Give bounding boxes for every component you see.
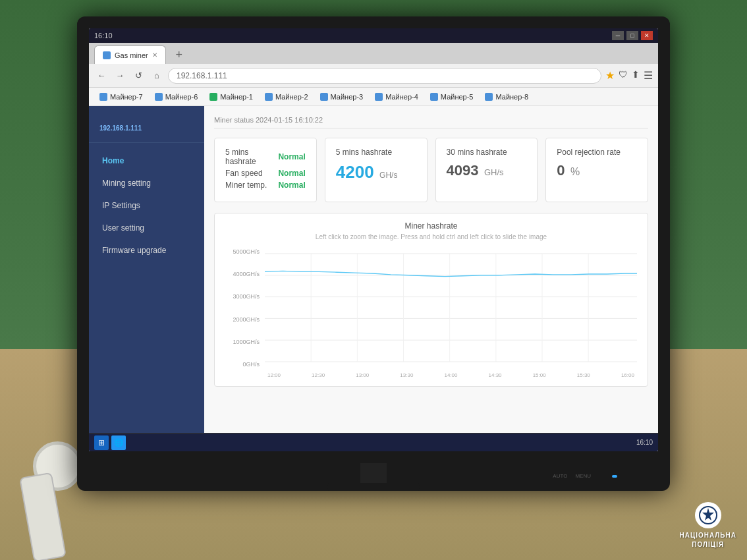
bookmark-star-icon[interactable]: ★ — [605, 69, 615, 82]
x-label-1200: 12:00 — [267, 372, 281, 378]
bookmark-item-miner7[interactable]: Майнер-7 — [94, 91, 148, 103]
x-label-1530: 15:30 — [577, 372, 590, 378]
y-label-5000: 5000GH/s — [225, 248, 260, 255]
monitor-btn-label-menu: MENU — [575, 473, 591, 479]
stat-card-5min: 5 mins hashrate 4200 GH/s — [325, 138, 428, 202]
sidebar-item-home[interactable]: Home — [89, 150, 204, 172]
stat-card-pool: Pool rejection rate 0 % — [545, 138, 648, 202]
bookmark-favicon-miner2 — [265, 93, 273, 101]
stat-5min-value-row: 4200 GH/s — [336, 162, 416, 182]
monitor-screen: 16:10 ─ □ ✕ Gas miner ✕ — [89, 28, 658, 451]
chart-area: Miner hashrate Left click to zoom the im… — [214, 213, 648, 387]
reload-button[interactable]: ↺ — [131, 69, 146, 83]
x-label-1500: 15:00 — [533, 372, 546, 378]
sidebar: 192.168.1.111 Home Mining setting IP Set… — [89, 106, 204, 451]
bookmark-favicon-miner6 — [155, 93, 163, 101]
monitor: 16:10 ─ □ ✕ Gas miner ✕ — [77, 16, 670, 491]
address-input[interactable]: 192.168.1.111 — [168, 68, 601, 84]
bookmark-item-miner2[interactable]: Майнер-2 — [260, 91, 314, 103]
minimize-button[interactable]: ─ — [612, 31, 624, 40]
monitor-stand — [327, 463, 420, 491]
stand-base — [327, 483, 420, 491]
bookmark-favicon-miner3 — [320, 93, 328, 101]
y-label-4000: 4000GH/s — [225, 271, 260, 277]
svg-marker-14 — [702, 508, 714, 520]
stat-pool-value-row: 0 % — [557, 162, 637, 179]
stat-label-hashrate: 5 mins hashrate — [225, 148, 278, 166]
stat-30min-value-row: 4093 GH/s — [447, 162, 527, 179]
close-button[interactable]: ✕ — [641, 31, 653, 40]
photo-background: 16:10 ─ □ ✕ Gas miner ✕ — [0, 0, 747, 560]
x-label-1430: 14:30 — [489, 372, 502, 378]
bookmark-item-miner8[interactable]: Майнер-8 — [480, 91, 534, 103]
stat-card-pool-title: Pool rejection rate — [557, 148, 637, 157]
taskbar-browser-icon[interactable]: 🌐 — [111, 435, 126, 450]
menu-icon[interactable]: ☰ — [644, 69, 653, 82]
stat-label-temp: Miner temp. — [225, 181, 267, 190]
x-label-1400: 14:00 — [444, 372, 457, 378]
forward-button[interactable]: → — [113, 69, 127, 83]
y-label-3000: 3000GH/s — [225, 293, 260, 300]
maximize-button[interactable]: □ — [626, 31, 638, 40]
bookmark-favicon-miner7 — [99, 93, 107, 101]
browser-tab-active[interactable]: Gas miner ✕ — [94, 45, 166, 64]
chart-canvas: 12:00 12:30 13:00 13:30 14:00 14:30 15:0… — [265, 248, 637, 378]
y-label-2000: 2000GH/s — [225, 316, 260, 323]
shield-icon: 🛡 — [619, 69, 628, 82]
new-tab-button[interactable]: + — [170, 45, 188, 64]
x-label-1600: 16:00 — [621, 372, 634, 378]
windows-bottom-taskbar: ⊞ 🌐 16:10 — [89, 433, 658, 451]
bookmark-item-miner4[interactable]: Майнер-4 — [370, 91, 424, 103]
bookmark-label-miner5: Майнер-5 — [441, 93, 474, 101]
start-button[interactable]: ⊞ — [94, 435, 109, 450]
monitor-outer-bezel: 16:10 ─ □ ✕ Gas miner ✕ — [77, 16, 670, 491]
sidebar-logo-text: 192.168.1.111 — [99, 125, 194, 132]
police-text-line2: ПОЛІЦІЯ — [692, 540, 724, 549]
bookmark-label-miner3: Майнер-3 — [331, 93, 364, 101]
y-label-1000: 1000GH/s — [225, 339, 260, 345]
chart-subtitle: Left click to zoom the image. Press and … — [225, 233, 637, 240]
stat-card-5min-title: 5 mins hashrate — [336, 148, 416, 157]
tab-favicon — [103, 51, 111, 59]
police-logo: НАЦІОНАЛЬНА ПОЛІЦІЯ — [679, 502, 736, 549]
bookmark-item-miner1[interactable]: Майнер-1 — [204, 91, 258, 103]
stat-5min-unit: GH/s — [379, 171, 397, 180]
sidebar-item-mining[interactable]: Mining setting — [89, 172, 204, 194]
page-header: Miner status 2024-01-15 16:10:22 — [214, 116, 648, 128]
stat-value-temp-normal: Normal — [278, 181, 305, 190]
chart-svg — [265, 248, 637, 367]
x-label-1330: 13:30 — [400, 372, 413, 378]
stat-card-30min-title: 30 mins hashrate — [447, 148, 527, 157]
chart-wrapper: 5000GH/s 4000GH/s 3000GH/s 2000GH/s 1000… — [225, 248, 637, 378]
tab-label: Gas miner — [115, 51, 148, 59]
y-label-0: 0GH/s — [225, 361, 260, 368]
bookmark-item-miner6[interactable]: Майнер-6 — [150, 91, 204, 103]
stat-30min-value: 4093 — [447, 162, 479, 179]
bookmark-item-miner5[interactable]: Майнер-5 — [425, 91, 479, 103]
stat-card-30min: 30 mins hashrate 4093 GH/s — [435, 138, 538, 202]
sidebar-item-ip[interactable]: IP Settings — [89, 194, 204, 217]
bookmark-favicon-miner8 — [485, 93, 493, 101]
stats-cards-row: 5 mins hashrate Normal Fan speed Normal … — [214, 138, 648, 202]
window-controls: ─ □ ✕ — [612, 31, 653, 40]
bookmark-item-miner3[interactable]: Майнер-3 — [315, 91, 369, 103]
sidebar-item-firmware[interactable]: Firmware upgrade — [89, 239, 204, 262]
stat-pool-value: 0 — [557, 162, 565, 179]
stat-card-status: 5 mins hashrate Normal Fan speed Normal … — [214, 138, 317, 202]
back-button[interactable]: ← — [94, 69, 109, 83]
stat-30min-unit: GH/s — [484, 167, 504, 177]
tab-close-icon[interactable]: ✕ — [152, 51, 157, 59]
address-url: 192.168.1.111 — [177, 71, 227, 80]
bookmark-label-miner2: Майнер-2 — [275, 93, 308, 101]
home-button[interactable]: ⌂ — [150, 69, 164, 83]
bookmark-label-miner7: Майнер-7 — [110, 93, 143, 101]
browser-chrome: Gas miner ✕ + ← → ↺ ⌂ 192.168.1.111 — [89, 43, 658, 106]
sidebar-item-user[interactable]: User setting — [89, 217, 204, 239]
monitor-buttons: AUTO MENU — [553, 473, 617, 479]
stat-line-hashrate: 5 mins hashrate Normal — [225, 148, 306, 166]
stat-5min-value: 4200 — [336, 162, 374, 182]
bookmark-favicon-miner1 — [209, 93, 217, 101]
stat-line-fan: Fan speed Normal — [225, 169, 306, 178]
stat-line-temp: Miner temp. Normal — [225, 181, 306, 190]
bookmark-favicon-miner4 — [375, 93, 383, 101]
